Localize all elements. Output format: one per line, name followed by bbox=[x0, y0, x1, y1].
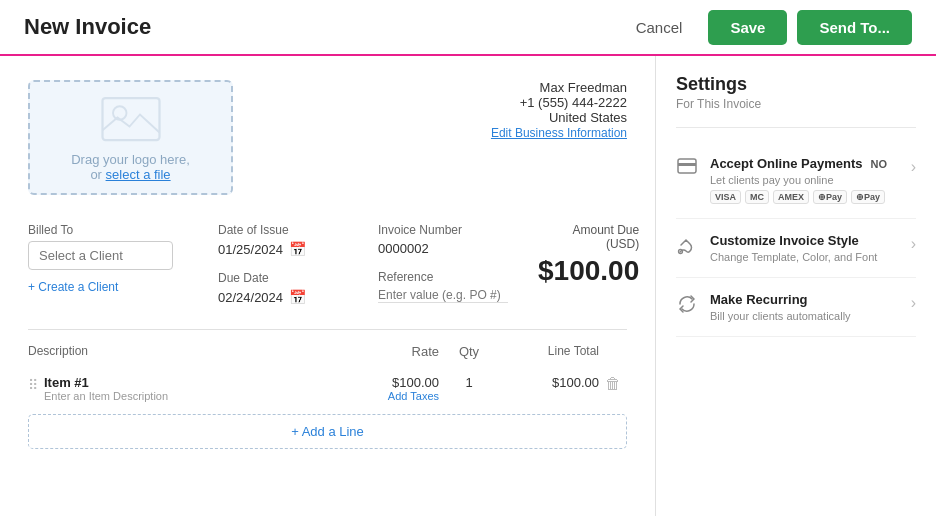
recurring-desc: Bill your clients automatically bbox=[710, 310, 899, 322]
invoice-top: Drag your logo here, or select a file Ma… bbox=[28, 80, 627, 195]
col-total-header: Line Total bbox=[499, 344, 599, 359]
date-of-issue-row: 01/25/2024 📅 bbox=[218, 241, 378, 257]
business-phone: +1 (555) 444-2222 bbox=[491, 95, 627, 110]
add-taxes-link[interactable]: Add Taxes bbox=[339, 390, 439, 402]
reference-group: Reference bbox=[378, 270, 538, 303]
app-header: New Invoice Cancel Save Send To... bbox=[0, 0, 936, 56]
applepay-icon: ⊕Pay bbox=[813, 190, 847, 204]
client-select-input[interactable] bbox=[28, 241, 173, 270]
visa-icon: VISA bbox=[710, 190, 741, 204]
edit-business-link[interactable]: Edit Business Information bbox=[491, 126, 627, 140]
payments-chevron-icon: › bbox=[911, 158, 916, 176]
item-description: Enter an Item Description bbox=[44, 390, 168, 402]
due-date-label: Due Date bbox=[218, 271, 378, 285]
col-rate-header: Rate bbox=[339, 344, 439, 359]
setting-make-recurring[interactable]: Make Recurring Bill your clients automat… bbox=[676, 278, 916, 337]
add-line-label: + Add a Line bbox=[291, 424, 364, 439]
setting-accept-payments[interactable]: Accept Online Payments NO Let clients pa… bbox=[676, 142, 916, 219]
paint-brush-icon bbox=[676, 235, 698, 260]
invoice-area: Drag your logo here, or select a file Ma… bbox=[0, 56, 656, 516]
business-name: Max Freedman bbox=[491, 80, 627, 95]
payments-badge: NO bbox=[870, 158, 887, 170]
recurring-name: Make Recurring bbox=[710, 292, 808, 307]
amex-icon: AMEX bbox=[773, 190, 809, 204]
page-title: New Invoice bbox=[24, 14, 151, 40]
billed-to-group: Billed To + Create a Client bbox=[28, 223, 218, 294]
sidebar-title: Settings bbox=[676, 74, 916, 95]
setting-customize-style[interactable]: Customize Invoice Style Change Template,… bbox=[676, 219, 916, 278]
date-of-issue-group: Date of Issue 01/25/2024 📅 bbox=[218, 223, 378, 257]
mastercard-icon: MC bbox=[745, 190, 769, 204]
invoice-number-label: Invoice Number bbox=[378, 223, 538, 237]
payments-title-row: Accept Online Payments NO bbox=[710, 156, 899, 171]
payments-content: Accept Online Payments NO Let clients pa… bbox=[710, 156, 899, 204]
sendto-button[interactable]: Send To... bbox=[797, 10, 912, 45]
due-date-calendar-icon[interactable]: 📅 bbox=[289, 289, 306, 305]
col-description-header: Description bbox=[28, 344, 339, 359]
invoice-ref-group: Invoice Number 0000002 Reference bbox=[378, 223, 538, 303]
item-delete-col[interactable]: 🗑 bbox=[599, 375, 627, 393]
amount-due-label: Amount Due (USD) bbox=[538, 223, 639, 251]
due-date-value: 02/24/2024 bbox=[218, 290, 283, 305]
delete-icon[interactable]: 🗑 bbox=[605, 375, 621, 392]
sidebar: Settings For This Invoice Accept Online … bbox=[656, 56, 936, 516]
date-of-issue-calendar-icon[interactable]: 📅 bbox=[289, 241, 306, 257]
credit-card-icon bbox=[676, 158, 698, 179]
payments-desc: Let clients pay you online bbox=[710, 174, 899, 186]
dates-group: Date of Issue 01/25/2024 📅 Due Date 02/2… bbox=[218, 223, 378, 305]
item-linetotal-col: $100.00 bbox=[499, 375, 599, 390]
style-content: Customize Invoice Style Change Template,… bbox=[710, 233, 899, 263]
sidebar-divider bbox=[676, 127, 916, 128]
svg-point-1 bbox=[113, 106, 127, 120]
recurring-content: Make Recurring Bill your clients automat… bbox=[710, 292, 899, 322]
add-line-button[interactable]: + Add a Line bbox=[28, 414, 627, 449]
style-title-row: Customize Invoice Style bbox=[710, 233, 899, 248]
date-of-issue-label: Date of Issue bbox=[218, 223, 378, 237]
googlepay-icon: ⊕Pay bbox=[851, 190, 885, 204]
payments-name: Accept Online Payments bbox=[710, 156, 862, 171]
logo-drop-zone[interactable]: Drag your logo here, or select a file bbox=[28, 80, 233, 195]
item-rate-col: $100.00 Add Taxes bbox=[339, 375, 439, 402]
save-button[interactable]: Save bbox=[708, 10, 787, 45]
recurring-icon bbox=[676, 294, 698, 319]
svg-rect-3 bbox=[678, 163, 696, 166]
drag-handle-icon[interactable]: ⠿ bbox=[28, 377, 38, 393]
create-client-link[interactable]: + Create a Client bbox=[28, 280, 218, 294]
date-of-issue-value: 01/25/2024 bbox=[218, 242, 283, 257]
business-country: United States bbox=[491, 110, 627, 125]
table-row: ⠿ Item #1 Enter an Item Description $100… bbox=[28, 369, 627, 406]
item-rate-value: $100.00 bbox=[392, 375, 439, 390]
due-date-row: 02/24/2024 📅 bbox=[218, 289, 378, 305]
invoice-divider bbox=[28, 329, 627, 330]
item-qty-value: 1 bbox=[465, 375, 472, 390]
invoice-number-value: 0000002 bbox=[378, 241, 538, 256]
col-qty-header: Qty bbox=[439, 344, 499, 359]
item-qty-col: 1 bbox=[439, 375, 499, 390]
item-desc-col: ⠿ Item #1 Enter an Item Description bbox=[28, 375, 339, 402]
billed-to-label: Billed To bbox=[28, 223, 218, 237]
main-layout: Drag your logo here, or select a file Ma… bbox=[0, 56, 936, 516]
due-date-group: Due Date 02/24/2024 📅 bbox=[218, 271, 378, 305]
reference-input[interactable] bbox=[378, 288, 508, 303]
billed-section: Billed To + Create a Client Date of Issu… bbox=[28, 223, 627, 305]
style-chevron-icon: › bbox=[911, 235, 916, 253]
sidebar-subtitle: For This Invoice bbox=[676, 97, 916, 111]
amount-due-value: $100.00 bbox=[538, 255, 639, 287]
cancel-button[interactable]: Cancel bbox=[620, 11, 699, 44]
line-items-header: Description Rate Qty Line Total bbox=[28, 344, 627, 359]
payment-icons: VISA MC AMEX ⊕Pay ⊕Pay bbox=[710, 190, 899, 204]
invoice-number-group: Invoice Number 0000002 bbox=[378, 223, 538, 256]
business-info: Max Freedman +1 (555) 444-2222 United St… bbox=[491, 80, 627, 195]
item-linetotal-value: $100.00 bbox=[552, 375, 599, 390]
recurring-chevron-icon: › bbox=[911, 294, 916, 312]
amount-due-group: Amount Due (USD) $100.00 bbox=[538, 223, 639, 287]
svg-rect-0 bbox=[102, 98, 159, 140]
header-actions: Cancel Save Send To... bbox=[620, 10, 912, 45]
logo-select-link[interactable]: select a file bbox=[106, 167, 171, 182]
logo-or-text: or select a file bbox=[90, 167, 170, 182]
logo-drag-text: Drag your logo here, bbox=[71, 152, 190, 167]
item-desc-text: Item #1 Enter an Item Description bbox=[44, 375, 168, 402]
recurring-title-row: Make Recurring bbox=[710, 292, 899, 307]
style-name: Customize Invoice Style bbox=[710, 233, 859, 248]
style-desc: Change Template, Color, and Font bbox=[710, 251, 899, 263]
